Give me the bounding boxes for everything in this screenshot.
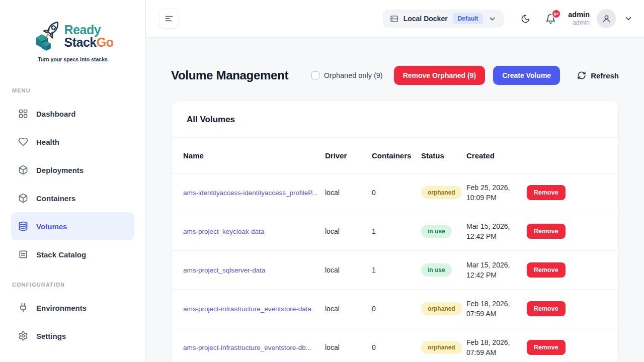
- create-volume-button[interactable]: Create Volume: [493, 66, 560, 85]
- volume-name-link[interactable]: ams-project-infrastructure_eventstore-db…: [183, 344, 325, 351]
- volume-created: Feb 18, 2026,07:59 AM: [466, 337, 527, 357]
- moon-icon: [521, 14, 530, 24]
- volume-containers: 0: [372, 305, 421, 313]
- plug-icon: [18, 303, 28, 313]
- remove-volume-button[interactable]: Remove: [527, 262, 566, 278]
- volume-containers: 1: [372, 266, 421, 274]
- volume-containers: 0: [372, 189, 421, 197]
- volume-containers: 0: [372, 343, 421, 351]
- orphaned-only-filter[interactable]: Orphaned only (9): [311, 71, 383, 79]
- user-menu[interactable]: admin admin: [568, 10, 590, 27]
- column-header-containers: Containers: [372, 151, 421, 160]
- server-icon: [390, 15, 398, 23]
- sidebar-item-volumes[interactable]: Volumes: [11, 212, 134, 240]
- volume-driver: local: [325, 305, 372, 313]
- sidebar: Ready StackGo Turn your specs into stack…: [0, 0, 146, 362]
- refresh-icon: [577, 71, 586, 80]
- box-icon: [18, 165, 28, 175]
- status-badge: in use: [421, 225, 452, 238]
- box-icon: [18, 193, 28, 203]
- sidebar-item-label: Deployments: [36, 166, 84, 174]
- volume-driver: local: [325, 189, 372, 197]
- environment-default-badge: Default: [453, 13, 484, 24]
- remove-volume-button[interactable]: Remove: [527, 301, 566, 316]
- volume-name-link[interactable]: ams-identityaccess-identityaccess_profil…: [183, 189, 325, 197]
- status-badge: in use: [421, 263, 452, 277]
- table-header-row: Name Driver Containers Status Created: [172, 138, 618, 173]
- table-row: ams-project_sqlserver-data local 1 in us…: [172, 250, 618, 289]
- sidebar-item-health[interactable]: Health: [11, 128, 134, 156]
- orphaned-only-checkbox[interactable]: [311, 71, 319, 79]
- all-volumes-card: All Volumes Name Driver Containers Statu…: [171, 101, 619, 362]
- environment-selector[interactable]: Local Docker Default: [383, 10, 504, 28]
- table-row: ams-project-infrastructure_eventstore-da…: [172, 289, 618, 328]
- sidebar-item-settings[interactable]: Settings: [11, 322, 134, 350]
- column-header-name: Name: [183, 151, 325, 160]
- brand-name-go: Go: [97, 35, 114, 49]
- column-header-status: Status: [421, 151, 466, 160]
- volume-containers: 1: [372, 227, 421, 235]
- theme-toggle-button[interactable]: [521, 14, 530, 24]
- status-badge: orphaned: [421, 341, 462, 354]
- document-lines-icon: [18, 249, 28, 259]
- sidebar-section-configuration: CONFIGURATION: [12, 282, 145, 288]
- volume-driver: local: [325, 343, 372, 351]
- remove-volume-button[interactable]: Remove: [527, 340, 566, 355]
- sidebar-item-label: Health: [36, 138, 59, 146]
- sidebar-item-deployments[interactable]: Deployments: [11, 156, 134, 184]
- sidebar-item-label: Dashboard: [36, 110, 75, 118]
- user-icon: [602, 14, 611, 24]
- grid-icon: [18, 109, 28, 119]
- user-role: admin: [568, 19, 590, 27]
- status-badge: orphaned: [421, 302, 462, 315]
- card-title: All Volumes: [172, 101, 618, 137]
- sidebar-section-menu: MENU: [12, 87, 145, 94]
- sidebar-item-label: Containers: [36, 194, 75, 203]
- notifications-button[interactable]: 9+: [545, 14, 556, 24]
- volume-name-link[interactable]: ams-project-infrastructure_eventstore-da…: [183, 305, 325, 313]
- topbar: Local Docker Default 9+ admin admin: [146, 0, 644, 38]
- refresh-label: Refresh: [591, 71, 619, 80]
- volume-created: Feb 18, 2026,07:59 AM: [466, 299, 527, 319]
- brand-name-stack: Stack: [64, 35, 97, 49]
- brand-logo[interactable]: Ready StackGo Turn your specs into stack…: [0, 0, 145, 62]
- sidebar-item-label: Settings: [36, 332, 66, 340]
- sidebar-item-stack-catalog[interactable]: Stack Catalog: [11, 240, 134, 268]
- chevron-down-icon: [488, 15, 497, 23]
- volume-name-link[interactable]: ams-project_keycloak-data: [183, 228, 325, 235]
- avatar[interactable]: [597, 9, 616, 28]
- table-row: ams-identityaccess-identityaccess_profil…: [172, 173, 618, 212]
- sidebar-item-environments[interactable]: Environments: [11, 294, 134, 322]
- column-header-driver: Driver: [325, 151, 372, 160]
- remove-orphaned-button[interactable]: Remove Orphaned (9): [394, 66, 485, 85]
- status-badge: orphaned: [421, 186, 462, 199]
- volume-name-link[interactable]: ams-project_sqlserver-data: [183, 266, 325, 274]
- remove-volume-button[interactable]: Remove: [527, 185, 566, 200]
- rocket-and-cubes-icon: [32, 19, 63, 53]
- environment-name: Local Docker: [404, 15, 448, 23]
- sidebar-item-dashboard[interactable]: Dashboard: [11, 100, 134, 128]
- volume-driver: local: [325, 227, 372, 235]
- brand-name-ready: Ready: [64, 24, 114, 36]
- orphaned-only-label: Orphaned only (9): [324, 71, 383, 79]
- sidebar-item-label: Environments: [36, 304, 87, 312]
- table-row: ams-project_keycloak-data local 1 in use…: [172, 212, 618, 250]
- refresh-button[interactable]: Refresh: [577, 71, 619, 80]
- brand-tagline: Turn your specs into stacks: [38, 56, 108, 62]
- table-row: ams-project-infrastructure_eventstore-db…: [172, 328, 618, 362]
- sidebar-item-label: Stack Catalog: [36, 250, 86, 259]
- database-icon: [18, 221, 28, 231]
- gear-icon: [18, 331, 28, 341]
- sidebar-item-containers[interactable]: Containers: [11, 184, 134, 212]
- volume-driver: local: [325, 266, 372, 274]
- volume-created: Mar 15, 2026,12:42 PM: [466, 221, 527, 241]
- sidebar-item-label: Volumes: [36, 222, 67, 231]
- chevron-down-icon: [624, 14, 633, 23]
- user-menu-chevron[interactable]: [624, 14, 633, 23]
- notification-count-badge: 9+: [551, 9, 561, 19]
- remove-volume-button[interactable]: Remove: [527, 224, 566, 239]
- volume-created: Feb 25, 2026,10:09 PM: [466, 183, 527, 203]
- user-name: admin: [568, 10, 590, 19]
- sidebar-toggle-button[interactable]: [159, 9, 179, 29]
- menu-icon: [164, 14, 174, 24]
